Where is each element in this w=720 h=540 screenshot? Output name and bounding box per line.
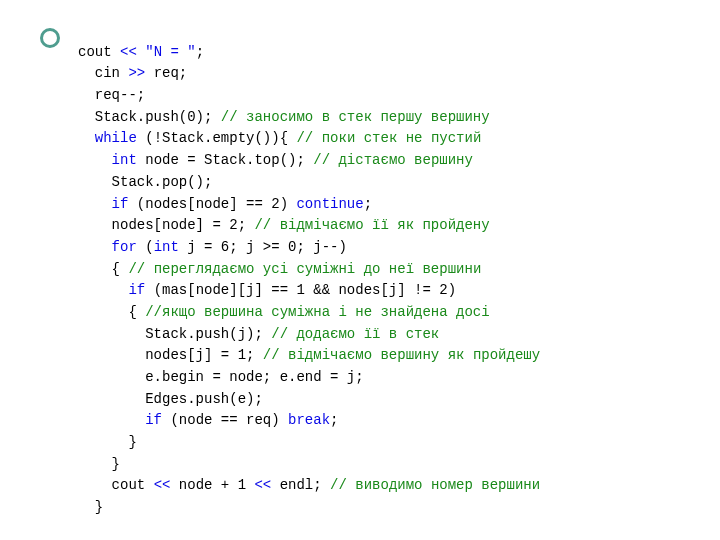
line-4: Stack.push(0); // заносимо в стек першу … bbox=[78, 109, 490, 125]
line-10: for (int j = 6; j >= 0; j--) bbox=[78, 239, 347, 255]
line-1: cout << "N = "; bbox=[78, 44, 204, 60]
line-2: cin >> req; bbox=[78, 65, 187, 81]
line-22: } bbox=[78, 499, 103, 515]
line-13: { //якщо вершина суміжна і не знайдена д… bbox=[78, 304, 490, 320]
code-block: cout << "N = "; cin >> req; req--; Stack… bbox=[78, 20, 540, 519]
line-17: Edges.push(e); bbox=[78, 391, 263, 407]
line-11: { // переглядаємо усі суміжні до неї вер… bbox=[78, 261, 481, 277]
line-7: Stack.pop(); bbox=[78, 174, 212, 190]
bullet-icon bbox=[40, 28, 60, 48]
line-12: if (mas[node][j] == 1 && nodes[j] != 2) bbox=[78, 282, 456, 298]
line-18: if (node == req) break; bbox=[78, 412, 338, 428]
line-21: cout << node + 1 << endl; // виводимо но… bbox=[78, 477, 540, 493]
line-9: nodes[node] = 2; // відмічаємо її як про… bbox=[78, 217, 490, 233]
line-14: Stack.push(j); // додаємо її в стек bbox=[78, 326, 439, 342]
line-16: e.begin = node; e.end = j; bbox=[78, 369, 364, 385]
line-5: while (!Stack.empty()){ // поки стек не … bbox=[78, 130, 481, 146]
line-3: req--; bbox=[78, 87, 145, 103]
line-20: } bbox=[78, 456, 120, 472]
line-15: nodes[j] = 1; // відмічаємо вершину як п… bbox=[78, 347, 540, 363]
line-6: int node = Stack.top(); // дістаємо верш… bbox=[78, 152, 473, 168]
line-19: } bbox=[78, 434, 137, 450]
line-8: if (nodes[node] == 2) continue; bbox=[78, 196, 372, 212]
